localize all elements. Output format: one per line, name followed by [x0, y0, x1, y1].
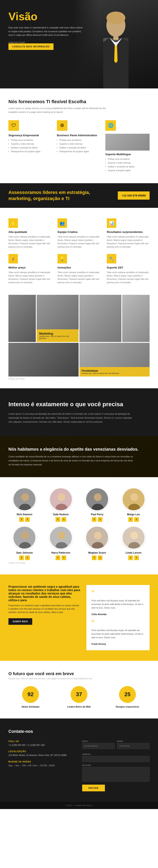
team-member-harry: Harry Patterson f t — [45, 526, 77, 560]
facebook-icon-paul[interactable]: f — [92, 517, 96, 522]
team-name-sam: Sam Johnson — [8, 551, 41, 554]
team-row-1: Nick Dawson f t Gabi Hudson f t — [8, 488, 150, 522]
service-card-admin: ⚙ Business Panel Administration Proteja … — [57, 120, 101, 173]
money-icon: 💰 — [10, 256, 16, 261]
feature-support: 🔧 Suporte 24/7 Vitae sociis natoque pena… — [107, 254, 150, 284]
message-textarea[interactable] — [82, 767, 150, 782]
gallery-img-4 — [122, 295, 150, 342]
quote-section: Proporcionor um ambiente negro e agradáv… — [0, 575, 158, 661]
saber-mais-button[interactable]: SABER MAIS — [8, 618, 32, 625]
stat-circle-designs: 25 — [119, 686, 136, 703]
contact-hours-value: Seg — Sex — 09h—19h, Dom — 09:30h—20h0h — [8, 764, 76, 768]
facebook-icon-sam[interactable]: f — [19, 556, 24, 560]
address-label: Adress — [82, 753, 150, 755]
email-input[interactable] — [82, 743, 115, 749]
svg-point-8 — [58, 493, 65, 501]
gallery-overlay-flexibility: Flexibilidade Sample text. Click to sele… — [80, 367, 150, 376]
facebook-icon-gabi[interactable]: f — [56, 517, 60, 522]
dark-text: Lorem ipsum é uma peça da tipologia da i… — [8, 412, 135, 424]
quote-text-2: Proin sed libero nisl faucibus turpis. A… — [91, 628, 145, 639]
twitter-icon-harry[interactable]: t — [62, 556, 66, 560]
cta-phone[interactable]: +12-345-678-89089 — [118, 191, 150, 199]
team-name-margo: Margo Loo — [118, 513, 150, 516]
feature-text-quality: Vitae sociis natoque penatibus et malesu… — [8, 235, 51, 249]
facebook-icon-nick[interactable]: f — [19, 517, 24, 522]
facebook-icon-linda[interactable]: f — [128, 556, 133, 560]
facebook-icon-harry[interactable]: f — [56, 556, 60, 560]
feature-innovation: 💡 Inovações Vitae sociis natoque penatib… — [58, 254, 100, 284]
service-item: Suporte a redes internas — [108, 161, 150, 165]
stats-grid: 92 Ideias ilimitadas 37 Lindos Belos da … — [8, 686, 150, 708]
hero-content: Visão Duis aute irure dolor in reprehend… — [8, 10, 84, 50]
gallery-img-2: Marketing Sample text. Click to select t… — [37, 295, 78, 342]
quote-left-heading: Proporcionor um ambiente negro e agradáv… — [8, 585, 80, 602]
gallery-img-1 — [8, 295, 36, 342]
form-field-address: Adress — [82, 753, 150, 762]
gallery-overlay-marketing: Marketing Sample text. Click to select t… — [37, 329, 78, 342]
feature-text-innovation: Vitae sociis natoque penatibus et malesu… — [58, 271, 100, 284]
shield-icon: 🛡 — [11, 123, 16, 128]
philosophy-text: Como resultado de nossa filosofia de os … — [8, 455, 135, 466]
gallery-flexibility-text: Sample text. Click to select the Text El… — [82, 372, 148, 374]
contact-grid: Call Us +1 (128) 567-89 / +1 (128) 567-1… — [8, 740, 150, 792]
team-member-gabi: Gabi Hudson f t — [45, 488, 77, 522]
contact-heading: Contate-nos — [8, 729, 150, 734]
gallery-marketing-text: Sample text. Click to select the Text El… — [39, 335, 76, 339]
twitter-icon-margo[interactable]: t — [134, 517, 139, 522]
service-item: Proteja seus servidores — [59, 138, 101, 142]
team-social-paul: f t — [81, 517, 113, 522]
svg-point-17 — [21, 532, 29, 539]
team-social-meghan: f t — [81, 556, 113, 560]
address-input[interactable] — [82, 756, 150, 762]
avatar-svg-sam — [13, 527, 36, 549]
facebook-icon-meghan[interactable]: f — [92, 556, 96, 560]
cta-banner: Assessoramos líderes em estratégia, mark… — [0, 183, 158, 208]
avatar-svg-gabi — [50, 488, 72, 511]
email-label: Email — [82, 740, 115, 742]
service-item: Suporte a redes internas — [59, 142, 101, 146]
team-member-margo: Margo Loo f t — [118, 488, 150, 522]
gallery-img-credit: Imagem de Freepik — [8, 378, 150, 380]
form-field-name: Nome — [117, 740, 150, 749]
hero-cta-button[interactable]: CONSULTE MAIS INFORMAÇÃO — [8, 43, 54, 50]
gallery-img-bg-2: Marketing Sample text. Click to select t… — [37, 295, 78, 342]
team-avatar-sam — [13, 526, 36, 549]
twitter-icon-meghan[interactable]: t — [98, 556, 102, 560]
name-label: Nome — [117, 740, 150, 742]
name-input[interactable] — [117, 743, 150, 749]
team-avatar-meghan — [86, 526, 109, 549]
twitter-icon-linda[interactable]: t — [134, 556, 139, 560]
team-name-paul: Paul Perry — [81, 513, 113, 516]
stats-intro: Sample text. Click to select the text bo… — [8, 677, 150, 680]
twitter-icon-nick[interactable]: t — [25, 517, 30, 522]
team-name-linda: Linda Larson — [118, 551, 150, 554]
team-member-paul: Paul Perry f t — [81, 488, 113, 522]
footer-text: © 2024 — Created with Site123 — [66, 804, 93, 807]
stat-label-ideas: Ideias ilimitadas — [8, 706, 53, 708]
enviar-button[interactable]: ENVIAR — [82, 785, 105, 792]
facebook-icon-margo[interactable]: f — [128, 517, 133, 522]
avatar-svg-harry — [50, 527, 72, 549]
twitter-icon-gabi[interactable]: t — [62, 517, 66, 522]
service-title-multilingual: Suporte Multilingue — [105, 153, 150, 156]
service-card-security: 🛡 Segurança Empresarial Proteja seus ser… — [8, 120, 53, 173]
stat-designs: 25 Designs responsivos — [105, 686, 150, 708]
feature-text-creative: Vitae sociis natoque penatibus et malesu… — [58, 235, 100, 249]
twitter-icon-paul[interactable]: t — [98, 517, 102, 522]
feature-icon-quality: ⭐ — [8, 218, 18, 228]
contact-location-value: 123 Brick Street, 21 Avenue, Nova York, … — [8, 753, 76, 757]
service-item: Proteja seus servidores — [11, 138, 53, 142]
contact-hours-label: Busine ss Horas — [8, 761, 76, 763]
team-member-linda: Linda Larson f t — [118, 526, 150, 560]
svg-point-23 — [94, 532, 101, 539]
feature-title-price: Melhor preço — [8, 266, 51, 269]
footer: © 2024 — Created with Site123 — [0, 802, 158, 809]
twitter-icon-sam[interactable]: t — [25, 556, 30, 560]
team-img-credit: Imagens de Freepik — [8, 562, 150, 564]
feature-text-results: Vitae sociis natoque penatibus et malesu… — [107, 235, 150, 249]
feature-text-support: Vitae sociis natoque penatibus et malesu… — [107, 271, 150, 284]
service-item: Suporte a projetos ágeis — [108, 169, 150, 172]
svg-point-5 — [21, 493, 29, 501]
contact-call-value: +1 (128) 567-89 / +1 (128) 567-102 — [8, 743, 76, 747]
svg-point-14 — [130, 493, 138, 501]
